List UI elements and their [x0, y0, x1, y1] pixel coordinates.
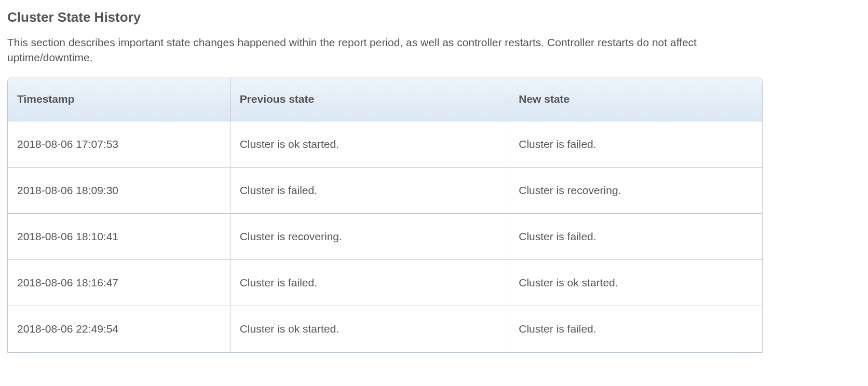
table-row: 2018-08-06 18:09:30 Cluster is failed. C… [8, 168, 762, 214]
cell-new-state: Cluster is failed. [509, 121, 762, 168]
table-row: 2018-08-06 22:49:54 Cluster is ok starte… [8, 306, 762, 352]
cell-timestamp: 2018-08-06 17:07:53 [8, 121, 230, 168]
cell-new-state: Cluster is failed. [509, 214, 762, 260]
cell-new-state: Cluster is recovering. [509, 168, 762, 214]
cell-previous-state: Cluster is ok started. [230, 306, 510, 352]
table-row: 2018-08-06 18:10:41 Cluster is recoverin… [8, 214, 762, 260]
cell-previous-state: Cluster is failed. [230, 260, 510, 306]
column-header-timestamp: Timestamp [8, 77, 230, 121]
table-header-row: Timestamp Previous state New state [8, 77, 762, 121]
table-row: 2018-08-06 18:16:47 Cluster is failed. C… [8, 260, 762, 306]
cell-previous-state: Cluster is ok started. [230, 121, 510, 168]
column-header-previous-state: Previous state [230, 77, 510, 121]
cell-timestamp: 2018-08-06 22:49:54 [8, 306, 230, 352]
cell-new-state: Cluster is failed. [509, 306, 762, 352]
section-description: This section describes important state c… [7, 35, 765, 65]
section-title: Cluster State History [7, 9, 861, 25]
cell-timestamp: 2018-08-06 18:16:47 [8, 260, 230, 306]
table-row: 2018-08-06 17:07:53 Cluster is ok starte… [8, 121, 762, 168]
cell-previous-state: Cluster is failed. [230, 168, 510, 214]
column-header-new-state: New state [509, 77, 762, 121]
cell-previous-state: Cluster is recovering. [230, 214, 510, 260]
state-history-table: Timestamp Previous state New state 2018-… [7, 77, 763, 353]
cell-timestamp: 2018-08-06 18:09:30 [8, 168, 230, 214]
cell-timestamp: 2018-08-06 18:10:41 [8, 214, 230, 260]
cell-new-state: Cluster is ok started. [509, 260, 762, 306]
